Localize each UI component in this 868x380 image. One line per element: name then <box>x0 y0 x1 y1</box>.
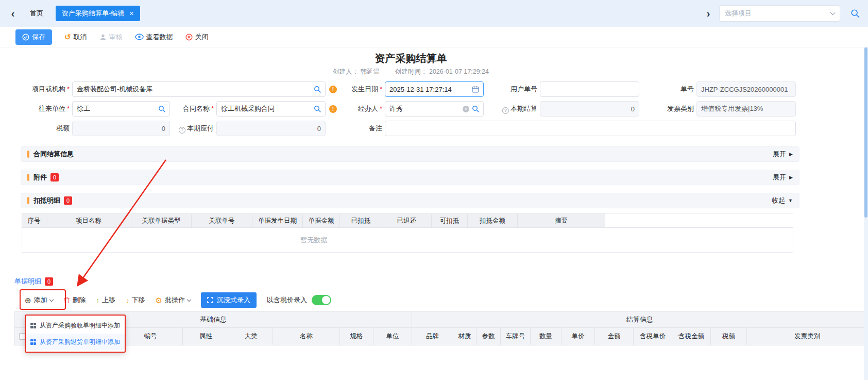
section-marker <box>27 151 29 158</box>
cancel-button[interactable]: ↺ 取消 <box>64 32 87 42</box>
creator-text: 创建人： 韩延温 <box>333 68 380 76</box>
contract-name-field-box <box>216 101 326 117</box>
batch-operations-button[interactable]: ⚙ 批操作 <box>156 295 191 305</box>
add-dropdown-menu: 从资产采购验收单明细中添加 从资产采购退货单明细中添加 <box>25 315 126 353</box>
column-header: 属性 <box>183 328 229 345</box>
app-window: ‹ 首页 资产采购结算单-编辑 × › 选择项目 保存 ↺ 取消 <box>0 0 868 380</box>
tab-asset-purchase-settlement-edit[interactable]: 资产采购结算单-编辑 × <box>56 6 140 21</box>
detail-section-title[interactable]: 单据明细 0 <box>14 277 53 286</box>
back-chevron-icon[interactable]: ‹ <box>8 8 18 19</box>
audit-button[interactable]: 审核 <box>99 32 123 42</box>
clear-icon[interactable]: × <box>463 106 469 112</box>
column-header: 材质 <box>453 328 476 345</box>
required-mark: * <box>380 85 382 93</box>
delete-button[interactable]: 删除 <box>63 295 86 305</box>
column-header: 单价 <box>561 328 595 345</box>
required-mark: * <box>211 105 214 112</box>
detail-title-label: 单据明细 <box>14 277 41 286</box>
search-icon[interactable] <box>158 105 165 112</box>
column-header: 单据金额 <box>303 213 340 228</box>
column-header: 关联单号 <box>192 213 252 228</box>
column-header: 规格 <box>340 328 373 345</box>
move-down-label: 下移 <box>132 295 145 305</box>
forward-chevron-icon[interactable]: › <box>704 8 713 19</box>
move-up-button[interactable]: ↑ 上移 <box>96 295 116 305</box>
current-settlement-field-box <box>540 101 639 117</box>
immersive-entry-button[interactable]: 沉浸式录入 <box>201 292 257 308</box>
expand-contract-settlement[interactable]: 展开 ▶ <box>773 150 793 159</box>
calendar-icon[interactable] <box>472 86 479 93</box>
handler-input[interactable] <box>389 102 463 116</box>
invoice-type-label: 发票类别 <box>654 101 694 117</box>
section-deduction-detail: 扣抵明细 0 收起 ▼ <box>21 193 799 208</box>
occur-date-field-box <box>385 81 484 97</box>
occur-date-input[interactable] <box>389 82 469 96</box>
required-mark: * <box>67 105 70 112</box>
detail-table: 基础信息 结算信息 编号 属性 大类 名称 规格 单位 品牌 材质 参数 车牌号… <box>14 311 868 371</box>
search-icon[interactable] <box>850 9 860 18</box>
column-header: 品牌 <box>412 328 453 345</box>
column-header: 单据发生日期 <box>252 213 303 228</box>
empty-data-text: 暂无数据 <box>22 236 606 245</box>
deduction-table-header: 序号 项目名称 关联单据类型 关联单号 单据发生日期 单据金额 已扣抵 已退还 … <box>22 213 793 228</box>
current-settlement-label: ?本期结算 <box>486 101 537 117</box>
menu-item-add-from-return[interactable]: 从资产采购退货单明细中添加 <box>26 334 125 350</box>
vertical-scrollbar <box>864 47 868 380</box>
close-circle-icon <box>185 34 193 41</box>
close-label: 关闭 <box>195 32 209 42</box>
delete-label: 删除 <box>73 295 86 305</box>
immersive-label: 沉浸式录入 <box>217 295 250 305</box>
contract-name-input[interactable] <box>221 102 311 116</box>
column-header: 可扣抵 <box>432 213 468 228</box>
close-icon[interactable]: × <box>129 10 133 17</box>
caret-down-icon: ▼ <box>788 199 793 203</box>
invoice-type-field-box <box>696 101 796 117</box>
close-button[interactable]: 关闭 <box>185 32 209 42</box>
menu-item-label: 从资产采购退货单明细中添加 <box>40 338 120 346</box>
tab-home[interactable]: 首页 <box>24 6 49 21</box>
counterparty-input[interactable] <box>77 102 156 116</box>
collapse-deduction[interactable]: 收起 ▼ <box>772 196 793 205</box>
save-button[interactable]: 保存 <box>15 29 52 45</box>
doc-no-input <box>701 82 791 96</box>
search-icon[interactable] <box>314 86 321 93</box>
column-header: 车牌号 <box>501 328 531 345</box>
remark-field-box <box>385 121 796 136</box>
handler-label: 经办人* <box>335 101 382 117</box>
add-button[interactable]: ⊕ 添加 <box>25 295 53 305</box>
search-icon[interactable] <box>472 105 479 112</box>
user-no-input[interactable] <box>544 82 635 96</box>
audit-label: 审核 <box>109 32 123 42</box>
move-down-button[interactable]: ↓ 下移 <box>126 295 145 305</box>
menu-item-add-from-acceptance[interactable]: 从资产采购验收单明细中添加 <box>26 317 125 334</box>
view-data-button[interactable]: 查看数据 <box>135 32 173 42</box>
required-mark: * <box>380 105 382 112</box>
detail-count-badge: 0 <box>45 277 53 286</box>
section-title: 附件 <box>33 173 47 182</box>
search-icon[interactable] <box>314 105 321 112</box>
attachments-count-badge: 0 <box>50 173 59 181</box>
tax-label: 税额 <box>0 121 70 136</box>
column-header: 单位 <box>373 328 412 345</box>
caret-right-icon: ▶ <box>789 175 793 180</box>
toggle-label: 收起 <box>772 196 785 205</box>
caret-right-icon: ▶ <box>789 152 793 157</box>
chevron-down-icon <box>830 10 836 15</box>
column-header: 数量 <box>531 328 561 345</box>
scrollbar-thumb[interactable] <box>864 47 867 218</box>
tax-inclusive-toggle[interactable] <box>312 295 331 305</box>
project-org-input[interactable] <box>77 82 311 96</box>
info-icon: ? <box>502 107 509 114</box>
trash-icon <box>63 296 70 304</box>
detail-group-header: 基础信息 结算信息 <box>14 311 868 328</box>
deduction-count-badge: 0 <box>64 196 72 205</box>
user-no-label: 用户单号 <box>492 81 537 97</box>
tax-inclusive-entry: 以含税价录入 <box>267 295 331 305</box>
project-select[interactable]: 选择项目 <box>719 5 840 22</box>
expand-attachments[interactable]: 展开 ▶ <box>773 173 793 182</box>
column-header: 金额 <box>595 328 634 345</box>
column-header: 已退还 <box>382 213 432 228</box>
detail-column-header: 编号 属性 大类 名称 规格 单位 品牌 材质 参数 车牌号 数量 单价 金额 … <box>14 328 868 345</box>
remark-input[interactable] <box>389 121 791 136</box>
section-title: 扣抵明细 <box>33 196 60 205</box>
